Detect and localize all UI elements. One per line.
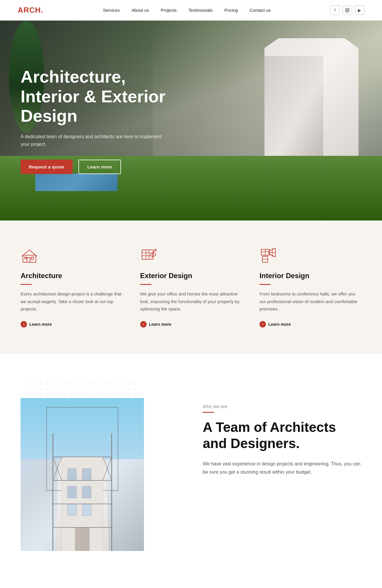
about-title: A Team of Architects and Designers.	[203, 419, 361, 452]
nav-projects[interactable]: Projects	[161, 8, 177, 13]
svg-point-2	[348, 9, 349, 9]
svg-line-25	[269, 254, 275, 257]
nav-links: Services About us Projects Testimonials …	[103, 8, 271, 13]
service-card-architecture: Architecture Every architecture design p…	[21, 247, 123, 328]
hero-subtitle: A dedicated team of designers and archit…	[21, 133, 162, 148]
svg-rect-32	[68, 469, 76, 480]
building-scaffold-graphic	[44, 433, 120, 551]
youtube-button[interactable]: ▶	[355, 6, 364, 15]
interior-learn-more-arrow-icon: ›	[259, 321, 266, 328]
about-section: Who We Are A Team of Architects and Desi…	[0, 354, 382, 574]
about-text-column: Who We Are A Team of Architects and Desi…	[203, 380, 361, 476]
architecture-description: Every architecture design project is a c…	[21, 290, 123, 313]
instagram-icon	[345, 8, 349, 12]
service-card-exterior: Exterior Design We give your office and …	[140, 247, 242, 328]
svg-rect-35	[82, 486, 91, 498]
interior-learn-more-label: Learn more	[268, 322, 291, 327]
architecture-learn-more[interactable]: › Learn more	[21, 321, 123, 328]
architecture-title: Architecture	[21, 272, 123, 280]
brand-name: ARCH	[18, 6, 41, 14]
interior-description: From bedrooms to conference halls, we of…	[259, 290, 361, 313]
architecture-learn-more-label: Learn more	[29, 322, 52, 327]
architecture-icon	[21, 247, 38, 265]
architecture-divider	[21, 284, 32, 285]
facebook-button[interactable]: f	[330, 6, 340, 15]
interior-learn-more[interactable]: › Learn more	[259, 321, 361, 328]
hero-cta-group: Request a quote Learn more	[21, 160, 179, 174]
facebook-icon: f	[334, 8, 336, 13]
social-links: f ▶	[330, 6, 364, 15]
about-label: Who We Are	[203, 404, 361, 409]
instagram-button[interactable]	[343, 6, 352, 15]
interior-icon	[259, 247, 277, 265]
svg-rect-6	[25, 257, 26, 259]
exterior-title: Exterior Design	[140, 272, 242, 280]
services-grid: Architecture Every architecture design p…	[21, 247, 361, 328]
interior-title: Interior Design	[259, 272, 361, 280]
interior-divider	[259, 284, 271, 285]
svg-rect-33	[82, 469, 91, 480]
nav-pricing[interactable]: Pricing	[224, 8, 238, 13]
exterior-description: We give your office and homes the most a…	[140, 290, 242, 313]
svg-rect-4	[27, 258, 30, 262]
exterior-divider	[140, 284, 151, 285]
svg-rect-9	[142, 250, 153, 259]
hero-content: Architecture, Interior & Exterior Design…	[0, 67, 200, 174]
hero-learn-more-button[interactable]: Learn more	[78, 160, 121, 174]
youtube-icon: ▶	[358, 8, 361, 13]
services-section: Architecture Every architecture design p…	[0, 220, 382, 354]
exterior-learn-more-arrow-icon: ›	[140, 321, 147, 328]
svg-rect-0	[346, 9, 349, 12]
svg-rect-34	[68, 486, 76, 498]
brand-dot: .	[41, 6, 43, 14]
brand-logo[interactable]: ARCH.	[18, 6, 43, 15]
nav-about[interactable]: About us	[132, 8, 149, 13]
svg-rect-37	[82, 504, 91, 516]
navbar: ARCH. Services About us Projects Testimo…	[0, 0, 382, 21]
about-image	[21, 398, 144, 551]
service-card-interior: Interior Design From bedrooms to confere…	[259, 247, 361, 328]
about-divider	[203, 412, 214, 413]
svg-rect-36	[68, 504, 76, 516]
svg-rect-38	[75, 527, 90, 551]
exterior-learn-more[interactable]: › Learn more	[140, 321, 242, 328]
hero-pool-graphic	[35, 173, 118, 191]
learn-more-arrow-icon: ›	[21, 321, 27, 328]
exterior-icon	[140, 247, 158, 265]
nav-testimonials[interactable]: Testimonials	[188, 8, 213, 13]
hero-section: Architecture, Interior & Exterior Design…	[0, 21, 382, 220]
nav-contact[interactable]: Contact us	[249, 8, 271, 13]
about-description: We have vast experience in design projec…	[203, 460, 361, 476]
svg-rect-5	[31, 257, 33, 259]
svg-line-18	[151, 256, 153, 258]
request-quote-button[interactable]: Request a quote	[21, 160, 73, 174]
svg-point-1	[346, 9, 348, 11]
exterior-learn-more-label: Learn more	[149, 322, 171, 327]
nav-services[interactable]: Services	[103, 8, 120, 13]
about-image-column	[21, 380, 179, 551]
hero-title: Architecture, Interior & Exterior Design	[21, 67, 179, 126]
svg-line-24	[269, 248, 275, 251]
